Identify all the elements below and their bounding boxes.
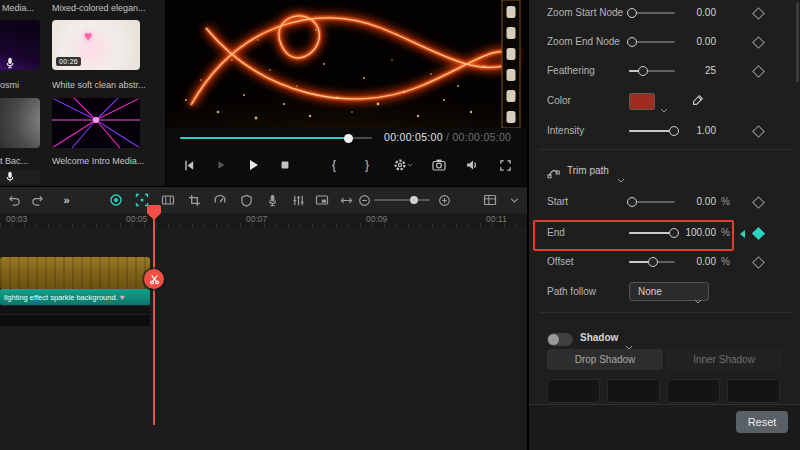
video-preview-canvas[interactable]	[166, 0, 528, 128]
film-strip-graphic	[502, 0, 520, 128]
preview-seek-row: 00:00:05:00 / 00:00:05:00	[166, 130, 528, 146]
preset-thumbnail[interactable]	[667, 379, 720, 403]
preview-settings-button[interactable]	[393, 158, 413, 172]
keyframe-diamond-icon[interactable]	[752, 7, 765, 20]
keyframe-diamond-icon[interactable]	[752, 65, 765, 78]
playhead-line[interactable]	[153, 213, 155, 425]
property-value[interactable]: 0.00	[667, 256, 716, 267]
video-clip[interactable]	[0, 257, 150, 289]
shadow-presets	[547, 379, 787, 403]
audio-clip[interactable]	[0, 314, 150, 326]
crop-icon[interactable]	[186, 192, 202, 208]
media-item-label-partial[interactable]: Media...	[2, 3, 36, 13]
property-label: Offset	[547, 256, 574, 267]
timecode: 00:00:05:00 / 00:00:05:00	[384, 131, 511, 143]
keyframe-diamond-icon[interactable]	[752, 125, 765, 138]
camera-icon	[432, 158, 446, 172]
seek-bar[interactable]	[180, 137, 372, 139]
seek-knob[interactable]	[344, 134, 353, 143]
play-disabled-button[interactable]	[214, 158, 228, 172]
tab-drop-shadow[interactable]: Drop Shadow	[547, 349, 663, 370]
preset-thumbnail[interactable]	[727, 379, 780, 403]
gear-icon	[393, 158, 407, 172]
mic-icon[interactable]	[264, 192, 280, 208]
shield-icon[interactable]	[238, 192, 254, 208]
fullscreen-button[interactable]	[498, 158, 512, 172]
trim-path-section-header[interactable]: Trim path	[529, 160, 800, 184]
keyframe-diamond-icon[interactable]	[752, 196, 765, 209]
property-value[interactable]: 1.00	[667, 125, 716, 136]
property-value[interactable]: 0.00	[667, 196, 716, 207]
record-tool-icon[interactable]	[108, 192, 124, 208]
stop-button[interactable]	[278, 158, 292, 172]
media-item-label[interactable]: Mixed-colored elegan...	[52, 3, 162, 13]
media-item-label-partial[interactable]: t Bac...	[0, 156, 32, 166]
reset-button[interactable]: Reset	[736, 411, 788, 433]
property-value[interactable]: 0.00	[667, 7, 716, 18]
tab-inner-shadow[interactable]: Inner Shadow	[666, 349, 782, 370]
media-thumbnail-partial[interactable]	[0, 98, 40, 148]
playback-controls: { }	[166, 148, 528, 182]
preset-thumbnail[interactable]	[607, 379, 660, 403]
preview-panel: 00:00:05:00 / 00:00:05:00 { }	[165, 0, 528, 186]
current-time: 00:00:05:00	[384, 131, 443, 143]
audio-mixer-icon[interactable]	[290, 192, 306, 208]
property-value[interactable]: 25	[667, 65, 716, 76]
media-item-label-partial[interactable]: osmi	[0, 80, 28, 90]
volume-button[interactable]	[465, 158, 479, 172]
property-label: Feathering	[547, 65, 595, 76]
property-label: Zoom Start Node	[547, 7, 623, 18]
slider-knob[interactable]	[627, 8, 637, 18]
effect-clip[interactable]: lighting effect sparkle background. ♥	[0, 289, 150, 305]
snapshot-button[interactable]	[432, 158, 446, 172]
media-item-label[interactable]: Welcome Intro Media...	[52, 156, 162, 166]
property-row-trim-end: End 100.00 %	[529, 220, 800, 246]
ripple-edit-icon[interactable]	[338, 192, 354, 208]
chevron-down-icon[interactable]	[617, 169, 625, 187]
property-value[interactable]: 100.00	[667, 227, 716, 238]
previous-keyframe-icon[interactable]	[740, 230, 745, 238]
track-manager-icon[interactable]	[482, 192, 498, 208]
scrollbar-thumb[interactable]	[796, 2, 799, 82]
undo-icon[interactable]	[6, 192, 22, 208]
zoom-out-icon[interactable]	[356, 192, 372, 208]
keyframe-diamond-active-icon[interactable]	[752, 227, 765, 240]
percent-unit: %	[721, 256, 730, 267]
property-value[interactable]: 0.00	[667, 36, 716, 47]
slider-knob[interactable]	[627, 197, 637, 207]
mark-in-button[interactable]: {	[327, 158, 341, 172]
timeline-zoom-slider[interactable]	[374, 199, 430, 201]
mark-out-button[interactable]: }	[360, 158, 374, 172]
color-swatch[interactable]	[629, 93, 655, 110]
speaker-icon	[465, 158, 479, 172]
shadow-section-header: Shadow	[529, 327, 800, 351]
film-roll-icon[interactable]	[160, 192, 176, 208]
shadow-toggle[interactable]	[547, 333, 573, 346]
zoom-slider-knob[interactable]	[410, 196, 418, 204]
media-item-label[interactable]: White soft clean abstr...	[52, 80, 162, 90]
percent-unit: %	[721, 227, 730, 238]
slider-knob[interactable]	[638, 66, 648, 76]
keyframe-diamond-icon[interactable]	[752, 256, 765, 269]
play-button[interactable]	[246, 158, 260, 172]
media-thumbnail-neon-tunnel[interactable]	[52, 98, 140, 148]
redo-icon[interactable]	[30, 192, 46, 208]
timeline-panel: »	[0, 186, 527, 450]
section-title: Trim path	[567, 165, 609, 176]
speed-gauge-icon[interactable]	[212, 192, 228, 208]
chevron-down-icon[interactable]	[506, 192, 522, 208]
timeline-ruler[interactable]: 00:03 00:05 00:07 00:09 00:11	[0, 213, 527, 227]
previous-frame-button[interactable]	[182, 158, 196, 172]
eyedropper-icon[interactable]	[691, 93, 705, 107]
slider-knob[interactable]	[648, 257, 658, 267]
zoom-in-icon[interactable]	[436, 192, 452, 208]
keyframe-diamond-icon[interactable]	[752, 36, 765, 49]
chevron-down-icon[interactable]	[660, 99, 668, 117]
pip-frame-icon[interactable]	[314, 192, 330, 208]
media-thumbnail-white-abstract[interactable]: ♥ 00:26	[52, 20, 140, 70]
preset-thumbnail[interactable]	[547, 379, 600, 403]
expand-tools-icon[interactable]: »	[58, 192, 74, 208]
split-scissors-button[interactable]	[144, 269, 164, 289]
path-follow-dropdown[interactable]: None	[629, 282, 709, 301]
slider-knob[interactable]	[627, 37, 637, 47]
